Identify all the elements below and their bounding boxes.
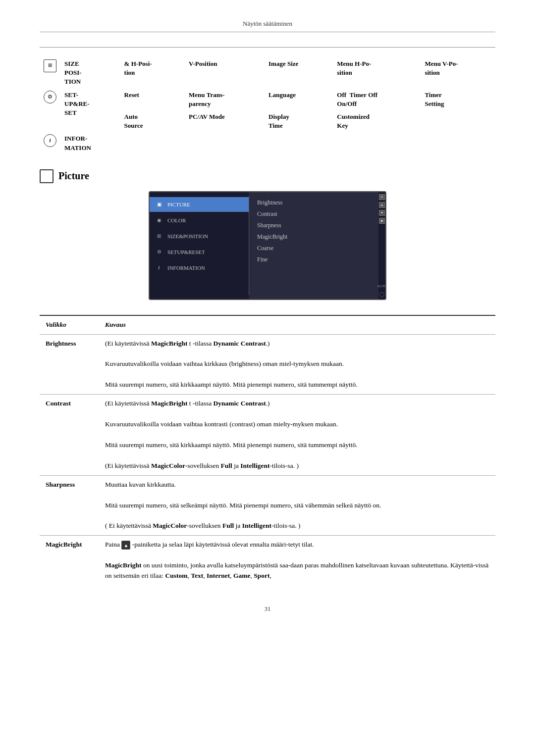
info-icon-cell: i [40, 132, 60, 154]
magicbright-desc: Paina ▲ -painiketta ja selaa läpi käytet… [99, 536, 495, 585]
menu-vpo-label: Menu V-Po-sition [421, 57, 495, 89]
h-position-label: & H-Posi-tion [120, 57, 185, 89]
monitor-fine-item: Fine [257, 256, 371, 263]
sharpness-label: Sharpness [40, 475, 99, 536]
page-container: Näytön säätäminen ⊞ SIZE POSI- TION & H-… [0, 0, 535, 756]
language-label: Language [265, 89, 333, 110]
monitor-menu-size-label: SIZE&POSITION [167, 233, 208, 239]
timer-onoff-label: Off Timer Off On/Off [333, 89, 421, 110]
page-header-text: Näytön säätäminen [243, 20, 292, 27]
monitor-menu-setup-label: SETUP&RESET [167, 249, 205, 255]
monitor-menu-picture-label: PICTURE [167, 202, 190, 207]
page-number: 31 [40, 605, 495, 613]
monitor-container: ▣ PICTURE ◉ COLOR ⊞ SIZE&POSITION ⚙ SETU… [40, 191, 495, 300]
sharpness-desc: Muuttaa kuvan kirkkautta. Mitä suurempi … [99, 475, 495, 536]
table-row: ⚙ SET- UP&RE- SET Reset Menu Trans-paren… [40, 89, 495, 110]
monitor-magicbright-item: MagicBright [257, 233, 371, 241]
size-menu-icon: ⊞ [155, 232, 163, 241]
contrast-desc: (Ei käytettävissä MagicBright t -tilassa… [99, 395, 495, 475]
content-table: Valikko Kuvaus Brightness (Ei käytettävi… [40, 315, 495, 585]
size-icon-cell: ⊞ [40, 57, 60, 89]
menu-reference-table: ⊞ SIZE POSI- TION & H-Posi-tion V-Positi… [40, 57, 495, 154]
picture-section: Picture ▣ PICTURE ◉ COLOR ⊞ SIZE [40, 169, 495, 300]
menu-trans-label: Menu Trans-parency [185, 89, 265, 110]
scroll-right-btn[interactable]: ▶ [379, 218, 385, 224]
scroll-auto-label: AUTO [377, 284, 386, 288]
info-menu-icon: i [155, 263, 163, 272]
setup-icon-cell: ⚙ [40, 89, 60, 133]
display-time-label: DisplayTime [265, 110, 333, 132]
setup-menu-icon: ⚙ [155, 248, 163, 256]
monitor-right-panel: Brightness Contrast Sharpness MagicBrigh… [249, 192, 378, 299]
picture-heading-text: Picture [58, 170, 89, 182]
menu-hpo-label: Menu H-Po-sition [333, 57, 421, 89]
content-header-row: Valikko Kuvaus [40, 315, 495, 334]
info-icon: i [44, 134, 56, 147]
brightness-label: Brightness [40, 334, 99, 395]
page-number-text: 31 [265, 605, 271, 612]
picture-heading-icon [40, 169, 54, 183]
monitor-contrast-item: Contrast [257, 210, 371, 218]
monitor-menu-color-label: COLOR [167, 217, 186, 223]
scroll-power-btn[interactable] [379, 292, 384, 297]
monitor-coarse-item: Coarse [257, 245, 371, 252]
color-menu-icon: ◉ [155, 216, 163, 225]
size-label: SIZE POSI- TION [60, 57, 120, 89]
pcav-mode-label: PC/AV Mode [185, 110, 265, 132]
header-valikko: Valikko [40, 315, 99, 334]
brightness-row: Brightness (Ei käytettävissä MagicBright… [40, 334, 495, 395]
image-size-label: Image Size [265, 57, 333, 89]
table-row: ⊞ SIZE POSI- TION & H-Posi-tion V-Positi… [40, 57, 495, 89]
monitor-left-panel: ▣ PICTURE ◉ COLOR ⊞ SIZE&POSITION ⚙ SETU… [150, 192, 249, 299]
picture-heading: Picture [40, 169, 495, 183]
header-kuvaus: Kuvaus [99, 315, 495, 334]
scroll-up-btn[interactable]: ▲ [379, 202, 385, 208]
magicbright-row: MagicBright Paina ▲ -painiketta ja selaa… [40, 536, 495, 585]
scroll-down-btn[interactable]: ▼ [379, 210, 385, 216]
monitor-menu-setup[interactable]: ⚙ SETUP&RESET [150, 245, 249, 259]
picture-menu-icon: ▣ [155, 200, 163, 209]
magicbright-label: MagicBright [40, 536, 99, 585]
setup-icon: ⚙ [44, 91, 56, 103]
contrast-row: Contrast (Ei käytettävissä MagicBright t… [40, 395, 495, 475]
monitor-menu-picture[interactable]: ▣ PICTURE [150, 197, 249, 212]
monitor-brightness-item: Brightness [257, 199, 371, 206]
monitor-scrollbar[interactable]: ✕ ▲ ▼ ▶ AUTO [378, 192, 385, 299]
page-header: Näytön säätäminen [40, 20, 495, 32]
information-label: INFOR-MATION [60, 132, 495, 154]
setup-label: SET- UP&RE- SET [60, 89, 120, 133]
timer-setting-label: TimerSetting [421, 89, 495, 110]
contrast-label: Contrast [40, 395, 99, 475]
sharpness-row: Sharpness Muuttaa kuvan kirkkautta. Mitä… [40, 475, 495, 536]
v-position-label: V-Position [185, 57, 265, 89]
monitor-menu-color[interactable]: ◉ COLOR [150, 213, 249, 228]
customized-key-label: CustomizedKey [333, 110, 495, 132]
brightness-desc: (Ei käytettävissä MagicBright t -tilassa… [99, 334, 495, 395]
monitor-screen: ▣ PICTURE ◉ COLOR ⊞ SIZE&POSITION ⚙ SETU… [149, 191, 386, 300]
auto-source-label: AutoSource [120, 110, 185, 132]
magicbright-button-icon: ▲ [121, 541, 130, 550]
monitor-menu-info[interactable]: i INFORMATION [150, 260, 249, 275]
monitor-menu-info-label: INFORMATION [167, 265, 205, 271]
scroll-close-btn[interactable]: ✕ [379, 194, 385, 200]
reset-label: Reset [120, 89, 185, 110]
monitor-sharpness-item: Sharpness [257, 222, 371, 229]
size-icon: ⊞ [44, 59, 56, 72]
monitor-menu-size[interactable]: ⊞ SIZE&POSITION [150, 229, 249, 244]
table-row: i INFOR-MATION [40, 132, 495, 154]
